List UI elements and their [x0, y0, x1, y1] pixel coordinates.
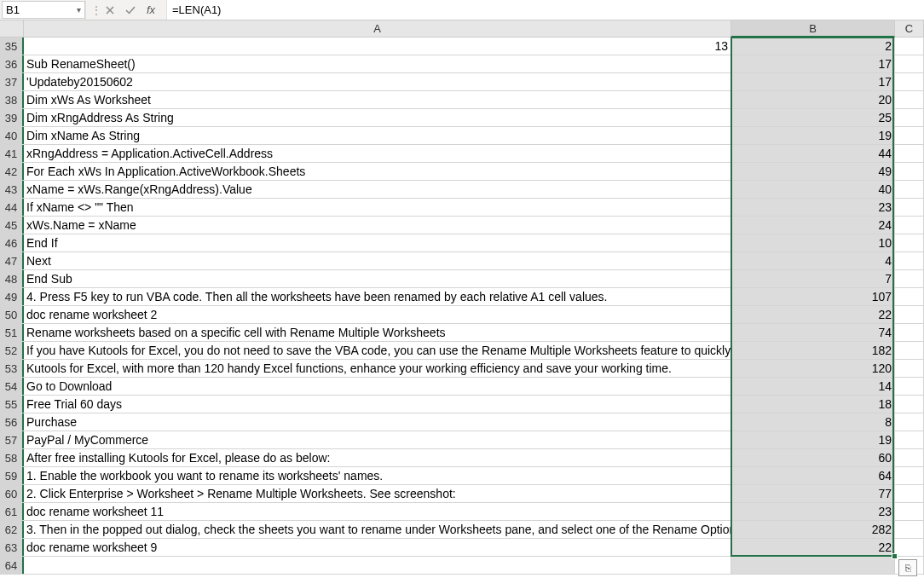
cell-C[interactable] — [895, 342, 924, 359]
row-header[interactable]: 40 — [0, 127, 24, 144]
row-header[interactable]: 53 — [0, 360, 24, 377]
cell-B[interactable]: 74 — [731, 324, 895, 341]
cell-A[interactable]: 13 — [24, 38, 731, 55]
select-all-corner[interactable] — [0, 20, 24, 37]
row-header[interactable]: 35 — [0, 38, 24, 55]
row-header[interactable]: 38 — [0, 91, 24, 108]
cell-C[interactable] — [895, 234, 924, 251]
cell-B[interactable]: 20 — [731, 91, 895, 108]
cell-B[interactable]: 4 — [731, 252, 895, 269]
cell-B[interactable]: 22 — [731, 539, 895, 556]
cell-C[interactable] — [895, 127, 924, 144]
col-header-A[interactable]: A — [24, 20, 731, 37]
cell-C[interactable] — [895, 467, 924, 484]
row-header[interactable]: 45 — [0, 217, 24, 234]
formula-input[interactable]: =LEN(A1) — [166, 0, 924, 20]
cell-C[interactable] — [895, 288, 924, 305]
col-header-B[interactable]: B — [731, 20, 895, 38]
cell-A[interactable]: xWs.Name = xName — [24, 217, 731, 234]
cell-A[interactable]: 1. Enable the workbook you want to renam… — [24, 467, 731, 484]
accept-formula-button[interactable] — [120, 1, 141, 20]
row-header[interactable]: 60 — [0, 485, 24, 502]
cell-A[interactable]: If you have Kutools for Excel, you do no… — [24, 342, 731, 359]
row-header[interactable]: 51 — [0, 324, 24, 341]
cell-C[interactable] — [895, 163, 924, 180]
cell-C[interactable] — [895, 181, 924, 198]
cell-A[interactable]: Dim xRngAddress As String — [24, 109, 731, 126]
cell-B[interactable]: 24 — [731, 217, 895, 234]
row-header[interactable]: 64 — [0, 557, 24, 574]
cell-A[interactable]: For Each xWs In Application.ActiveWorkbo… — [24, 163, 731, 180]
cell-grid[interactable]: 3513236Sub RenameSheet()1737'Updateby201… — [0, 38, 924, 575]
row-header[interactable]: 58 — [0, 449, 24, 466]
cell-C[interactable] — [895, 252, 924, 269]
cell-C[interactable] — [895, 449, 924, 466]
cell-B[interactable]: 7 — [731, 270, 895, 287]
cell-B[interactable]: 23 — [731, 503, 895, 520]
row-header[interactable]: 48 — [0, 270, 24, 287]
cell-B[interactable]: 64 — [731, 467, 895, 484]
cell-A[interactable]: End If — [24, 234, 731, 251]
cell-B[interactable]: 25 — [731, 109, 895, 126]
cell-A[interactable]: Kutools for Excel, with more than 120 ha… — [24, 360, 731, 377]
col-header-C[interactable]: C — [895, 20, 924, 37]
cell-A[interactable]: End Sub — [24, 270, 731, 287]
cell-A[interactable]: Rename worksheets based on a specific ce… — [24, 324, 731, 341]
row-header[interactable]: 43 — [0, 181, 24, 198]
cell-A[interactable]: If xName <> "" Then — [24, 199, 731, 216]
row-header[interactable]: 56 — [0, 413, 24, 431]
row-header[interactable]: 59 — [0, 467, 24, 484]
row-header[interactable]: 36 — [0, 55, 24, 72]
cell-B[interactable]: 107 — [731, 288, 895, 305]
cell-C[interactable] — [895, 73, 924, 90]
cell-C[interactable] — [895, 485, 924, 502]
paste-options-icon[interactable]: ⎘ — [898, 559, 917, 576]
row-header[interactable]: 37 — [0, 73, 24, 90]
cell-A[interactable]: doc rename worksheet 9 — [24, 539, 731, 556]
cell-A[interactable]: 2. Click Enterprise > Worksheet > Rename… — [24, 485, 731, 502]
cell-B[interactable]: 44 — [731, 145, 895, 162]
row-header[interactable]: 42 — [0, 163, 24, 180]
row-header[interactable]: 39 — [0, 109, 24, 126]
cell-B[interactable]: 19 — [731, 127, 895, 144]
cell-B[interactable]: 10 — [731, 234, 895, 251]
cell-A[interactable]: xName = xWs.Range(xRngAddress).Value — [24, 181, 731, 198]
cell-A[interactable] — [24, 557, 731, 574]
cell-A[interactable]: Next — [24, 252, 731, 269]
cell-A[interactable]: 'Updateby20150602 — [24, 73, 731, 90]
cell-B[interactable] — [731, 557, 895, 574]
cell-B[interactable]: 19 — [731, 431, 895, 448]
cell-C[interactable] — [895, 521, 924, 538]
cell-C[interactable] — [895, 55, 924, 72]
cell-B[interactable]: 17 — [731, 55, 895, 72]
cell-B[interactable]: 77 — [731, 485, 895, 502]
fill-handle[interactable] — [892, 553, 898, 559]
cell-B[interactable]: 60 — [731, 449, 895, 466]
cell-C[interactable] — [895, 539, 924, 556]
cell-A[interactable]: doc rename worksheet 11 — [24, 503, 731, 520]
cell-C[interactable] — [895, 503, 924, 520]
cell-B[interactable]: 22 — [731, 306, 895, 323]
cell-C[interactable] — [895, 145, 924, 162]
cell-C[interactable] — [895, 199, 924, 216]
cell-B[interactable]: 120 — [731, 360, 895, 377]
cell-A[interactable]: Dim xWs As Worksheet — [24, 91, 731, 108]
cell-C[interactable] — [895, 360, 924, 377]
name-box[interactable]: B1 ▾ — [2, 1, 85, 19]
cell-C[interactable] — [895, 109, 924, 126]
cancel-formula-button[interactable] — [100, 1, 120, 20]
cell-B[interactable]: 14 — [731, 378, 895, 395]
cell-A[interactable]: Free Trial 60 days — [24, 396, 731, 413]
formula-handle-icon[interactable]: ⋮ — [91, 4, 100, 16]
cell-C[interactable] — [895, 38, 924, 55]
cell-C[interactable] — [895, 91, 924, 108]
cell-C[interactable] — [895, 270, 924, 287]
cell-C[interactable] — [895, 413, 924, 431]
cell-A[interactable]: Dim xName As String — [24, 127, 731, 144]
row-header[interactable]: 41 — [0, 145, 24, 162]
name-box-dropdown-icon[interactable]: ▾ — [69, 5, 81, 14]
row-header[interactable]: 54 — [0, 378, 24, 395]
cell-A[interactable]: xRngAddress = Application.ActiveCell.Add… — [24, 145, 731, 162]
row-header[interactable]: 63 — [0, 539, 24, 556]
cell-A[interactable]: PayPal / MyCommerce — [24, 431, 731, 448]
